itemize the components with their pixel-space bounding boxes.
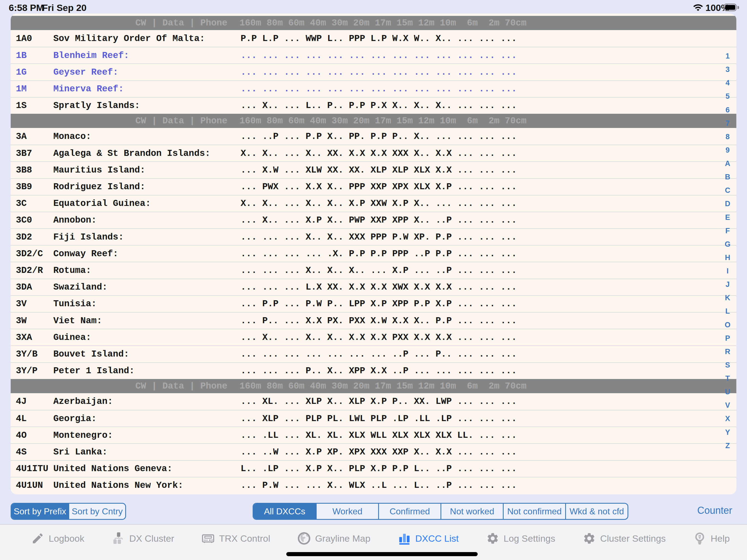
dxcc-row[interactable]: 3D2/RRotuma:... ... ... X.. X.. X.. ... … (11, 262, 736, 278)
dxcc-row[interactable]: 3XAGuinea:... X.. ... X.. X.. X.X X.X PX… (11, 329, 736, 345)
dxcc-row[interactable]: 3AMonaco:... ..P ... P.P X.. PP. P.P P..… (11, 128, 736, 145)
row-prefix: 3W (16, 315, 27, 326)
filter-segment-all-dxccs[interactable]: All DXCCs (254, 504, 316, 519)
gear-icon (486, 532, 499, 545)
row-country: Fiji Islands: (53, 232, 124, 242)
row-prefix: 3C0 (16, 215, 32, 225)
dxcc-row[interactable]: 3D2/CConway Reef:... ... ... ... .X. P.P… (11, 245, 736, 262)
status-bar: 6:58 PM Fri Sep 20 100% (0, 0, 747, 15)
dxcc-row[interactable]: 1A0Sov Military Order Of Malta:P.P L.P .… (11, 30, 736, 47)
index-letter[interactable]: 5 (725, 93, 729, 100)
index-letter[interactable]: A (725, 160, 730, 167)
index-letter[interactable]: L (725, 308, 730, 315)
tab-item-dxcc-list[interactable]: DXCC List (398, 532, 459, 545)
index-letter[interactable]: 8 (725, 133, 729, 141)
index-letter[interactable]: 1 (725, 52, 729, 60)
index-letter[interactable]: V (725, 402, 730, 409)
tab-item-help[interactable]: Help (693, 532, 730, 545)
dxcc-row[interactable]: 3Y/BBouvet Island:... ... ... ... ... ..… (11, 345, 736, 362)
row-country: Spratly Islands: (53, 101, 140, 111)
index-letter[interactable]: G (725, 240, 730, 248)
tab-item-dx-cluster[interactable]: DX Cluster (112, 532, 174, 545)
index-letter[interactable]: R (725, 348, 730, 355)
dxcc-row[interactable]: 4LGeorgia:... XLP ... PLP PL. LWL PLP .L… (11, 410, 736, 427)
row-prefix: 3D2/C (16, 249, 43, 259)
index-letter[interactable]: P (725, 335, 730, 342)
dxcc-row[interactable]: 1MMinerva Reef:... ... ... ... ... ... .… (11, 80, 736, 97)
index-letter[interactable]: 3 (725, 66, 729, 73)
sort-segment-sort-by-cntry[interactable]: Sort by Cntry (68, 504, 125, 519)
dxcc-row[interactable]: 4U1UNUnited Nations New York:... P.W ...… (11, 477, 736, 493)
card-spacer (11, 14, 736, 16)
status-time: 6:58 PM (9, 0, 44, 15)
row-country: Blenheim Reef: (53, 50, 129, 60)
index-letter[interactable]: D (725, 200, 730, 207)
tab-item-cluster-settings[interactable]: Cluster Settings (583, 532, 666, 545)
row-prefix: 4J (16, 397, 27, 407)
dxcc-row[interactable]: 4U1ITUUnited Nations Geneva:L.. .LP ... … (11, 460, 736, 477)
row-prefix: 3B8 (16, 165, 32, 175)
row-country: Conway Reef: (53, 249, 119, 259)
dxcc-row[interactable]: 1GGeyser Reef:... ... ... ... ... ... ..… (11, 63, 736, 80)
dxcc-row[interactable]: 3B8Mauritius Island:... X.W ... XLW XX. … (11, 161, 736, 178)
dxcc-row[interactable]: 3D2Fiji Islands:... ... ... X.. X.. XXX … (11, 228, 736, 245)
sort-segment-sort-by-prefix[interactable]: Sort by Prefix (11, 504, 68, 519)
cluster-icon (112, 532, 125, 545)
index-letter[interactable]: Z (725, 442, 730, 450)
dxcc-table: CW | Data | Phone160m 80m 60m 40m 30m 20… (11, 14, 736, 494)
alpha-index[interactable]: 13456789ABCDEFGHIJKLOPRSTUVXYZ (721, 52, 735, 450)
tab-item-logbook[interactable]: Logbook (31, 532, 84, 545)
index-letter[interactable]: B (725, 173, 730, 181)
index-letter[interactable]: C (725, 187, 730, 194)
row-bands: ... P.. ... X.X PX. PXX X.W X.X X.. P.P … (241, 315, 517, 326)
filter-segment-confirmed[interactable]: Confirmed (378, 504, 440, 519)
tab-label: DXCC List (415, 533, 459, 544)
index-letter[interactable]: X (725, 415, 730, 423)
dxcc-row[interactable]: 3CEquatorial Guinea:X.. X.. ... X.. X.. … (11, 195, 736, 212)
dxcc-row[interactable]: 3Y/PPeter 1 Island:... ... ... P.. X.. X… (11, 362, 736, 379)
index-letter[interactable]: U (725, 388, 730, 396)
index-letter[interactable]: 4 (725, 79, 729, 87)
dxcc-row[interactable]: 3C0Annobon:... X.. ... X.P X.. PWP XXP X… (11, 212, 736, 228)
filter-segment-worked[interactable]: Worked (316, 504, 378, 519)
tab-label: DX Cluster (129, 533, 174, 544)
filter-segment-wkd-not-cfd[interactable]: Wkd & not cfd (565, 504, 627, 519)
row-bands: ... XL. ... XLP X.. XLP X.P P.. XX. LWP … (241, 397, 517, 407)
index-letter[interactable]: S (725, 361, 730, 369)
dxcc-row[interactable]: 3B7Agalega & St Brandon Islands:X.. X.. … (11, 145, 736, 161)
tab-label: Logbook (49, 533, 84, 544)
dxcc-row[interactable]: 3DASwaziland:... ... ... L.X XX. X.X X.X… (11, 279, 736, 295)
index-letter[interactable]: 9 (725, 147, 729, 154)
counter-button[interactable]: Counter (697, 505, 732, 516)
tab-item-log-settings[interactable]: Log Settings (486, 532, 555, 545)
index-letter[interactable]: 7 (725, 120, 729, 127)
index-letter[interactable]: I (726, 268, 729, 275)
index-letter[interactable]: F (725, 227, 730, 235)
tab-item-trx-control[interactable]: TRX Control (202, 532, 270, 545)
filter-segment-not-worked[interactable]: Not worked (440, 504, 503, 519)
index-letter[interactable]: Y (725, 429, 730, 436)
row-bands: ... ..W ... X.P XP. XPX XXX XXP X.. X.X … (241, 447, 517, 457)
gear-icon (583, 532, 596, 545)
index-letter[interactable]: 6 (725, 106, 729, 114)
row-country: Sov Military Order Of Malta: (53, 33, 205, 44)
dxcc-row[interactable]: 4OMontenegro:... .LL ... XL. XL. XLX WLL… (11, 427, 736, 443)
dxcc-row[interactable]: 3VTunisia:... P.P ... P.W P.. LPP X.P XP… (11, 295, 736, 312)
dxcc-row[interactable]: 3B9Rodriguez Island:... PWX ... X.X X.. … (11, 178, 736, 195)
index-letter[interactable]: K (725, 294, 730, 302)
dxcc-row[interactable]: 4JAzerbaijan:... XL. ... XLP X.. XLP X.P… (11, 393, 736, 410)
index-letter[interactable]: J (725, 281, 729, 288)
dxcc-row[interactable]: 1BBlenheim Reef:... ... ... ... ... ... … (11, 47, 736, 63)
globe-icon (298, 532, 311, 545)
index-letter[interactable]: H (725, 254, 730, 261)
dxcc-row[interactable]: 3WViet Nam:... P.. ... X.X PX. PXX X.W X… (11, 312, 736, 329)
home-indicator[interactable] (286, 552, 478, 556)
tab-item-grayline-map[interactable]: Grayline Map (298, 532, 370, 545)
index-letter[interactable]: E (725, 214, 730, 221)
filter-segment-not-confirmed[interactable]: Not confirmed (503, 504, 565, 519)
index-letter[interactable]: O (725, 321, 730, 329)
dxcc-row[interactable]: 1SSpratly Islands:... X.. ... L.. P.. P.… (11, 97, 736, 114)
dxcc-row[interactable]: 4SSri Lanka:... ..W ... X.P XP. XPX XXX … (11, 443, 736, 460)
index-letter[interactable]: T (725, 375, 730, 382)
battery-icon (724, 4, 737, 11)
